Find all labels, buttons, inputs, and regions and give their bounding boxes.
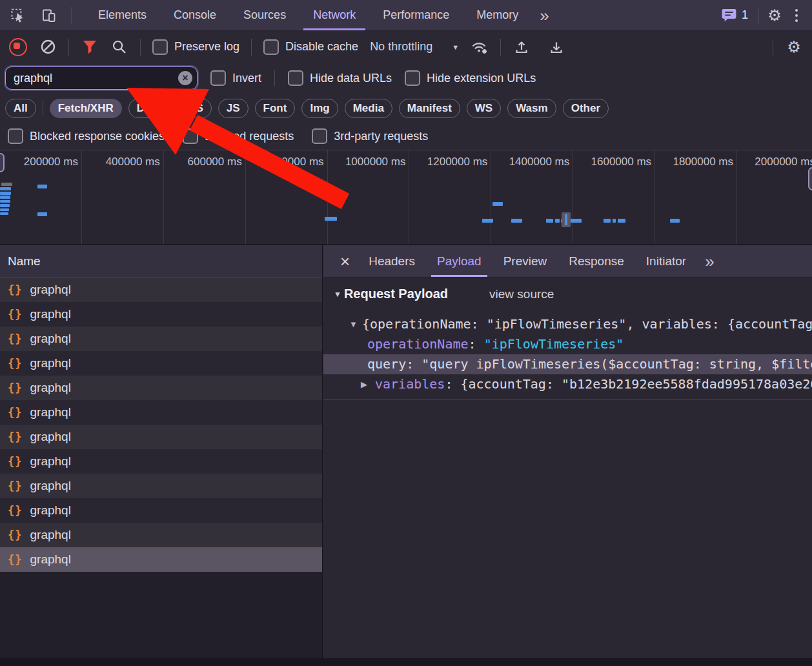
export-har-icon[interactable] [547,38,565,56]
tab-network[interactable]: Network [299,0,369,30]
clear-button[interactable] [39,38,57,56]
section-title: Request Payload [344,287,448,301]
settings-gear-icon[interactable]: ⚙ [766,6,784,25]
request-row[interactable]: {}graphql [0,523,322,547]
request-row[interactable]: {}graphql [0,474,322,498]
main-area: Name {}graphql{}graphql{}graphql{}graphq… [0,245,812,658]
chip-img[interactable]: Img [301,99,338,118]
blocked-requests-checkbox[interactable] [183,128,198,144]
issues-group[interactable]: 1 [722,8,748,23]
request-name: graphql [30,503,70,518]
json-request-icon: {} [8,332,22,345]
waterfall-bar [0,196,10,199]
chip-fetch-xhr[interactable]: Fetch/XHR [50,99,122,118]
tab-memory[interactable]: Memory [463,0,532,30]
waterfall-bar [0,187,11,190]
request-row[interactable]: {}graphql [0,302,322,327]
expand-triangle-icon[interactable]: ▶ [361,374,367,394]
filter-funnel-icon[interactable] [81,38,99,56]
chip-js[interactable]: JS [218,99,249,118]
chip-wasm[interactable]: Wasm [507,99,556,118]
tab-elements[interactable]: Elements [85,0,160,30]
request-row[interactable]: {}graphql [0,351,322,376]
close-details-icon[interactable]: × [332,253,358,270]
request-name: graphql [30,283,70,297]
overview-handle-right[interactable] [808,167,812,190]
json-text: query: "query ipFlowTimeseries($accountT… [367,356,812,372]
collapse-triangle-icon[interactable]: ▼ [334,290,341,299]
third-party-checkbox[interactable] [312,128,327,144]
chip-doc[interactable]: Doc [128,99,166,118]
divider [773,39,773,56]
tab-performance[interactable]: Performance [369,0,463,30]
device-toolbar-icon[interactable] [40,6,58,25]
clear-filter-icon[interactable]: × [178,71,192,85]
chip-font[interactable]: Font [255,99,296,118]
hide-extension-urls-checkbox[interactable] [405,70,420,86]
request-row[interactable]: {}graphql [0,400,322,425]
details-more-tabs-icon[interactable]: » [697,253,722,270]
chip-media[interactable]: Media [345,99,392,118]
invert-checkbox[interactable] [210,70,226,86]
payload-line[interactable]: ▼{operationName: "ipFlowTimeseries", var… [323,314,812,334]
payload-text: query: "query ipFlowTimeseries($accountT… [367,354,812,374]
details-tab-response[interactable]: Response [558,245,635,277]
panel-tabs: ElementsConsoleSourcesNetworkPerformance… [85,0,532,30]
collapse-triangle-icon[interactable]: ▼ [349,314,358,334]
throttling-select[interactable]: No throttling ▼ [370,40,459,54]
filter-input[interactable] [5,66,198,90]
name-column-header[interactable]: Name [0,245,322,278]
network-settings-gear-icon[interactable]: ⚙ [785,38,803,56]
details-tab-payload[interactable]: Payload [426,245,492,277]
request-row[interactable]: {}graphql [0,425,322,449]
kebab-menu-icon[interactable] [790,6,803,25]
inspect-element-icon[interactable] [9,6,27,25]
blocked-requests-label: Blocked requests [205,130,294,143]
chip-ws[interactable]: WS [467,99,501,118]
payload-tree: ▼{operationName: "ipFlowTimeseries", var… [323,314,812,394]
chip-other[interactable]: Other [563,99,609,118]
json-request-icon: {} [8,430,22,443]
timeline-tick: 1000000 ms [328,150,410,244]
tab-console[interactable]: Console [160,0,230,30]
json-request-icon: {} [8,308,22,321]
details-tab-preview[interactable]: Preview [492,245,558,277]
request-row[interactable]: {}graphql [0,498,322,523]
divider [71,7,72,24]
view-source-link[interactable]: view source [489,287,554,301]
payload-line[interactable]: operationName: "ipFlowTimeseries" [323,334,812,354]
json-request-icon: {} [8,283,22,296]
network-overview-timeline[interactable]: 200000 ms400000 ms600000 ms800000 ms1000… [0,150,812,245]
json-text: : [469,336,484,352]
request-row[interactable]: {}graphql [0,327,322,351]
request-row[interactable]: {}graphql [0,278,322,302]
payload-text: operationName: "ipFlowTimeseries" [367,334,624,354]
details-tab-initiator[interactable]: Initiator [635,245,697,277]
waterfall-bar [325,217,337,221]
search-icon[interactable] [110,38,128,56]
details-tab-headers[interactable]: Headers [358,245,426,277]
tab-sources[interactable]: Sources [230,0,299,30]
hide-data-urls-checkbox[interactable] [288,70,303,86]
more-tabs-icon[interactable]: » [532,7,556,24]
request-row[interactable]: {}graphql [0,449,322,474]
payload-line[interactable]: query: "query ipFlowTimeseries($accountT… [323,354,812,374]
waterfall-bar [670,219,680,223]
preserve-log-checkbox[interactable] [152,39,168,55]
network-conditions-icon[interactable] [471,38,489,56]
disable-cache-checkbox[interactable] [263,39,279,55]
request-details-panel: × HeadersPayloadPreviewResponseInitiator… [323,245,812,658]
disable-cache-label: Disable cache [285,40,358,54]
overview-handle-left[interactable] [0,153,5,172]
request-row[interactable]: {}graphql [0,376,322,400]
chip-all[interactable]: All [5,99,36,118]
chip-manifest[interactable]: Manifest [399,99,460,118]
import-har-icon[interactable] [513,38,531,56]
blocked-cookies-checkbox[interactable] [8,128,23,144]
resource-chips-row: AllFetch/XHRDocCSSJSFontImgMediaManifest… [0,94,812,123]
request-row[interactable]: {}graphql [0,547,322,572]
timeline-tick: 1400000 ms [491,150,573,244]
record-button[interactable] [9,38,27,56]
chip-css[interactable]: CSS [172,99,212,118]
payload-line[interactable]: ▶variables: {accountTag: "b12e3b2192ee55… [323,374,812,394]
